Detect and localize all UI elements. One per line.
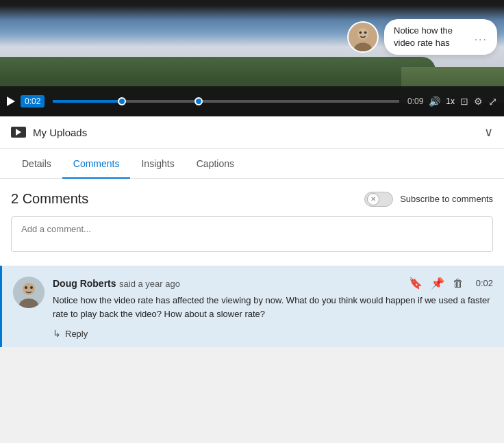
tooltip-avatar [347, 21, 379, 53]
comment-author: Doug Roberts [53, 278, 116, 289]
comment-input-wrapper [0, 216, 504, 266]
reply-button[interactable]: ↳ Reply [53, 328, 493, 339]
comment-meta: Doug Roberts said a year ago 🔖 📌 🗑 0:02 [53, 277, 493, 290]
uploads-bar: My Uploads ∨ [0, 116, 504, 149]
current-time: 0:02 [21, 95, 45, 107]
comment-action-time: said a year ago [119, 279, 180, 289]
video-controls: 0:02 0:09 🔊 1x ⊡ ⚙ ⤢ [0, 86, 504, 116]
progress-fill [53, 100, 122, 103]
delete-icon[interactable]: 🗑 [453, 277, 464, 290]
uploads-left: My Uploads [11, 127, 87, 138]
comments-count: 2 Comments [11, 191, 88, 207]
progress-dot-1[interactable] [118, 97, 126, 105]
svg-point-3 [360, 31, 362, 34]
tooltip-bubble: Notice how the video rate has ... [384, 19, 497, 55]
video-icon [11, 127, 26, 138]
comment-item: Doug Roberts said a year ago 🔖 📌 🗑 0:02 … [0, 266, 504, 347]
toggle-x-icon: ✕ [367, 193, 379, 205]
comment-input[interactable] [11, 216, 493, 252]
comment-avatar [13, 277, 45, 308]
svg-point-6 [23, 283, 35, 295]
comment-timestamp: 0:02 [476, 278, 493, 288]
tooltip-text: Notice how the video rate has [394, 25, 470, 49]
fullscreen-icon[interactable]: ⤢ [488, 95, 497, 108]
subscribe-toggle[interactable]: ✕ [364, 192, 393, 207]
progress-bar[interactable] [53, 100, 399, 103]
captions-icon[interactable]: ⊡ [460, 96, 468, 107]
video-player: Notice how the video rate has ... 0:02 0… [0, 0, 504, 116]
tooltip-dots[interactable]: ... [475, 29, 488, 45]
svg-point-9 [30, 286, 33, 289]
subscribe-area: ✕ Subscribe to comments [364, 192, 493, 207]
comment-body: Doug Roberts said a year ago 🔖 📌 🗑 0:02 … [53, 277, 493, 339]
subscribe-label: Subscribe to comments [400, 194, 493, 204]
pin-icon[interactable]: 📌 [431, 277, 444, 290]
tab-details[interactable]: Details [11, 149, 62, 179]
uploads-title: My Uploads [33, 127, 87, 138]
tab-insights[interactable]: Insights [130, 149, 185, 179]
bookmark-icon[interactable]: 🔖 [409, 277, 423, 290]
reply-label: Reply [65, 329, 88, 339]
tab-captions[interactable]: Captions [186, 149, 245, 179]
settings-icon[interactable]: ⚙ [474, 96, 483, 107]
comment-author-line: Doug Roberts said a year ago [53, 277, 180, 290]
comments-section: 2 Comments ✕ Subscribe to comments [0, 179, 504, 347]
play-icon [7, 97, 15, 106]
volume-icon[interactable]: 🔊 [429, 96, 440, 107]
tabs-row: Details Comments Insights Captions [0, 149, 504, 179]
chevron-down-icon[interactable]: ∨ [484, 125, 493, 140]
comments-header: 2 Comments ✕ Subscribe to comments [0, 179, 504, 216]
svg-point-8 [25, 286, 27, 289]
speed-control[interactable]: 1x [446, 97, 455, 106]
progress-dot-2[interactable] [194, 97, 203, 105]
tab-comments[interactable]: Comments [62, 149, 131, 179]
comment-text: Notice how the video rate has affected t… [53, 294, 493, 321]
video-tooltip: Notice how the video rate has ... [347, 19, 497, 55]
svg-point-1 [357, 28, 368, 39]
comment-actions: 🔖 📌 🗑 [409, 277, 464, 290]
svg-point-4 [364, 31, 367, 34]
total-time: 0:09 [407, 97, 423, 106]
reply-arrow-icon: ↳ [53, 328, 61, 339]
play-button[interactable] [7, 97, 15, 106]
